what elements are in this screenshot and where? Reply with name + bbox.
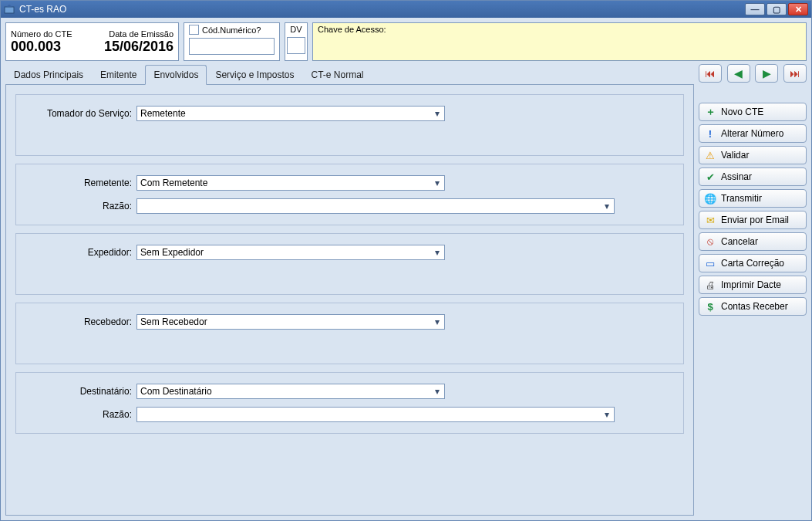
tomador-select[interactable]: Remetente ▾ [136, 106, 445, 121]
recebedor-label: Recebedor: [24, 316, 132, 327]
close-button[interactable]: ✕ [788, 3, 808, 15]
destinatario-label: Destinatário: [24, 386, 132, 397]
tab-dados-principais[interactable]: Dados Principais [5, 65, 92, 85]
printer-icon: 🖨 [704, 279, 716, 291]
carta-correcao-button[interactable]: ▭ Carta Correção [699, 254, 807, 272]
group-expedidor: Expedidor: Sem Expedidor ▾ [15, 233, 684, 295]
group-recebedor: Recebedor: Sem Recebedor ▾ [15, 303, 684, 364]
chevron-down-icon: ▾ [432, 247, 443, 258]
cancelar-button[interactable]: ⦸ Cancelar [699, 232, 807, 251]
remetente-label: Remetente: [24, 178, 132, 188]
chevron-down-icon: ▾ [432, 386, 443, 397]
document-icon: ▭ [704, 257, 716, 269]
plus-icon: ＋ [704, 106, 716, 118]
cod-numerico-label: Cód.Numérico? [202, 25, 261, 35]
cod-numerico-checkbox[interactable] [189, 25, 199, 35]
right-column: ⏮ ◀ ▶ ⏭ ＋ Novo CTE ! Alterar Número ⚠ Va… [699, 64, 807, 516]
arrow-right-icon: ▶ [763, 67, 771, 80]
tab-pane-envolvidos: Tomador do Serviço: Remetente ▾ Remetent… [5, 85, 694, 516]
destinatario-razao-select[interactable]: ▾ [136, 407, 615, 422]
dv-label: DV [287, 25, 305, 34]
imprimir-dacte-label: Imprimir Dacte [721, 279, 781, 290]
globe-icon: 🌐 [704, 192, 716, 205]
app-icon [4, 4, 15, 15]
dollar-icon: $ [704, 300, 716, 313]
arrow-last-icon: ⏭ [790, 67, 800, 80]
expedidor-label: Expedidor: [24, 247, 132, 258]
chevron-down-icon: ▾ [432, 178, 443, 188]
titlebar: CT-es RAO — ▢ ✕ [1, 1, 811, 18]
cte-number-box: Número do CTE Data de Emissão 000.003 15… [5, 22, 179, 61]
alterar-numero-button[interactable]: ! Alterar Número [699, 124, 807, 143]
dv-box: DV [285, 22, 308, 61]
tab-emitente[interactable]: Emitente [92, 65, 145, 85]
tab-servico-impostos[interactable]: Serviço e Impostos [207, 65, 302, 85]
remetente-value: Com Remetente [140, 178, 207, 188]
imprimir-dacte-button[interactable]: 🖨 Imprimir Dacte [699, 276, 807, 294]
nav-next-button[interactable]: ▶ [755, 64, 778, 83]
chevron-down-icon: ▾ [601, 201, 612, 211]
nav-prev-button[interactable]: ◀ [727, 64, 750, 83]
novo-cte-button[interactable]: ＋ Novo CTE [699, 103, 807, 121]
chevron-down-icon: ▾ [432, 108, 443, 119]
main-row: Dados Principais Emitente Envolvidos Ser… [5, 64, 807, 516]
tab-envolvidos[interactable]: Envolvidos [145, 65, 207, 85]
data-value: 15/06/2016 [104, 39, 174, 55]
cancelar-label: Cancelar [721, 236, 758, 247]
recebedor-value: Sem Recebedor [140, 316, 207, 327]
window: CT-es RAO — ▢ ✕ Número do CTE Data de Em… [0, 0, 812, 521]
arrow-left-icon: ◀ [734, 67, 743, 80]
header-boxes: Número do CTE Data de Emissão 000.003 15… [5, 22, 807, 61]
cod-numerico-input[interactable] [189, 38, 275, 55]
transmitir-button[interactable]: 🌐 Transmitir [699, 189, 807, 208]
mail-icon: ✉ [704, 214, 716, 226]
novo-cte-label: Novo CTE [721, 107, 763, 117]
destinatario-razao-label: Razão: [24, 409, 132, 420]
numero-label: Número do CTE [11, 29, 72, 39]
chevron-down-icon: ▾ [432, 316, 443, 327]
alterar-numero-label: Alterar Número [721, 128, 783, 139]
cancel-icon: ⦸ [704, 235, 716, 248]
tab-cte-normal[interactable]: CT-e Normal [302, 65, 372, 85]
arrow-first-icon: ⏮ [705, 67, 716, 80]
dv-input[interactable] [287, 37, 305, 54]
remetente-select[interactable]: Com Remetente ▾ [136, 175, 445, 191]
assinar-button[interactable]: ✔ Assinar [699, 167, 807, 186]
transmitir-label: Transmitir [721, 193, 762, 204]
recebedor-select[interactable]: Sem Recebedor ▾ [136, 314, 445, 330]
svg-rect-0 [5, 7, 14, 13]
chave-acesso-label: Chave de Acesso: [318, 25, 801, 34]
expedidor-value: Sem Expedidor [140, 247, 204, 258]
tab-host: Dados Principais Emitente Envolvidos Ser… [5, 64, 694, 516]
numero-value: 000.003 [11, 39, 61, 55]
expedidor-select[interactable]: Sem Expedidor ▾ [136, 245, 445, 260]
group-tomador: Tomador do Serviço: Remetente ▾ [15, 94, 684, 156]
warning-icon: ⚠ [704, 149, 716, 161]
maximize-button[interactable]: ▢ [767, 3, 787, 15]
client-area: Número do CTE Data de Emissão 000.003 15… [1, 18, 811, 520]
exclamation-icon: ! [704, 127, 716, 140]
chevron-down-icon: ▾ [601, 409, 612, 420]
minimize-button[interactable]: — [745, 3, 765, 15]
nav-first-button[interactable]: ⏮ [699, 64, 722, 83]
contas-receber-label: Contas Receber [721, 301, 788, 312]
group-remetente: Remetente: Com Remetente ▾ Razão: ▾ [15, 164, 684, 225]
validar-label: Validar [721, 150, 749, 161]
destinatario-value: Com Destinatário [140, 386, 212, 397]
destinatario-select[interactable]: Com Destinatário ▾ [136, 384, 445, 399]
nav-last-button[interactable]: ⏭ [783, 64, 807, 83]
nav-row: ⏮ ◀ ▶ ⏭ [699, 64, 807, 83]
tomador-label: Tomador do Serviço: [24, 108, 132, 119]
carta-correcao-label: Carta Correção [721, 258, 784, 269]
data-label: Data de Emissão [109, 29, 174, 39]
cod-numerico-box: Cód.Numérico? [184, 22, 280, 61]
tab-bar: Dados Principais Emitente Envolvidos Ser… [5, 64, 694, 85]
remetente-razao-label: Razão: [24, 201, 132, 211]
remetente-razao-select[interactable]: ▾ [136, 198, 615, 214]
assinar-label: Assinar [721, 171, 752, 182]
enviar-email-label: Enviar por Email [721, 215, 789, 225]
enviar-email-button[interactable]: ✉ Enviar por Email [699, 211, 807, 229]
validar-button[interactable]: ⚠ Validar [699, 146, 807, 164]
chave-acesso-box: Chave de Acesso: [312, 22, 807, 61]
contas-receber-button[interactable]: $ Contas Receber [699, 297, 807, 316]
